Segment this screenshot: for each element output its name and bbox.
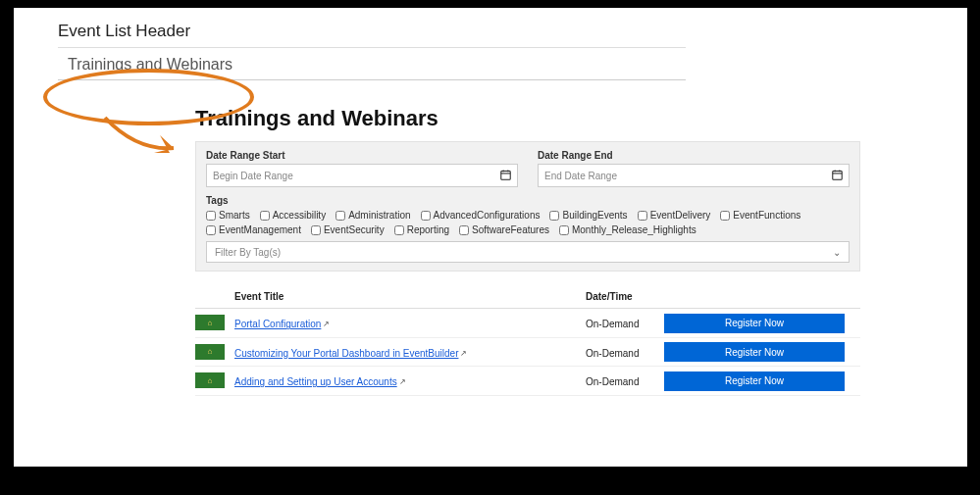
tag-checkbox[interactable]: [394, 225, 404, 235]
svg-rect-0: [501, 171, 510, 179]
tag-label: EventFunctions: [733, 210, 800, 221]
tag-checkbox[interactable]: [559, 225, 569, 235]
annotation-arrow: [97, 104, 205, 163]
tag-option-softwarefeatures[interactable]: SoftwareFeatures: [459, 224, 549, 235]
tag-option-eventfunctions[interactable]: EventFunctions: [720, 210, 800, 221]
register-now-button[interactable]: Register Now: [664, 342, 845, 362]
tag-label: EventManagement: [219, 224, 301, 235]
divider: [58, 79, 686, 80]
tag-checkbox[interactable]: [206, 211, 216, 221]
event-thumbnail: ⌂: [195, 344, 225, 360]
tag-checkbox[interactable]: [638, 211, 647, 221]
tag-checkbox[interactable]: [311, 225, 321, 235]
event-datetime: On-Demand: [586, 319, 639, 329]
tag-label: Administration: [348, 210, 410, 221]
tag-label: Monthly_Release_Highlights: [572, 224, 696, 235]
chevron-down-icon: ⌄: [833, 247, 841, 258]
filter-tag-select[interactable]: Filter By Tag(s) ⌄: [206, 241, 850, 263]
event-datetime: On-Demand: [586, 376, 639, 387]
external-link-icon: ↗: [460, 349, 467, 358]
tag-checkbox[interactable]: [421, 211, 431, 221]
date-start-input[interactable]: [213, 171, 500, 181]
tag-option-monthly_release_highlights[interactable]: Monthly_Release_Highlights: [559, 224, 696, 235]
tag-label: Accessibility: [273, 210, 326, 221]
calendar-icon[interactable]: [500, 170, 511, 182]
tag-option-reporting[interactable]: Reporting: [394, 224, 449, 235]
register-now-button[interactable]: Register Now: [664, 371, 845, 391]
event-thumbnail: ⌂: [195, 372, 225, 388]
tag-option-buildingevents[interactable]: BuildingEvents: [549, 210, 627, 221]
tag-label: Smarts: [219, 210, 250, 221]
date-start-input-wrap[interactable]: [206, 164, 518, 187]
calendar-icon[interactable]: [832, 170, 843, 182]
event-title-link[interactable]: Customizing Your Portal Dashboard in Eve…: [234, 348, 458, 359]
header-value-field[interactable]: Trainings and Webinars: [14, 48, 967, 79]
page-header-label: Event List Header: [58, 22, 967, 41]
tag-option-accessibility[interactable]: Accessibility: [260, 210, 326, 221]
tags-label: Tags: [206, 195, 850, 206]
svg-rect-4: [833, 171, 842, 179]
tag-label: EventSecurity: [324, 224, 385, 235]
tag-option-eventsecurity[interactable]: EventSecurity: [311, 224, 385, 235]
tag-label: AdvancedConfigurations: [434, 210, 541, 221]
filter-select-placeholder: Filter By Tag(s): [215, 247, 281, 258]
tag-option-eventdelivery[interactable]: EventDelivery: [638, 210, 711, 221]
table-row: ⌂Adding and Setting up User Accounts↗On-…: [195, 367, 860, 395]
tag-option-smarts[interactable]: Smarts: [206, 210, 250, 221]
register-now-button[interactable]: Register Now: [664, 314, 845, 333]
col-thumb-header: [195, 291, 231, 302]
tag-label: SoftwareFeatures: [472, 224, 549, 235]
external-link-icon: ↗: [399, 377, 406, 386]
event-datetime: On-Demand: [586, 348, 639, 359]
tag-option-advancedconfigurations[interactable]: AdvancedConfigurations: [421, 210, 541, 221]
date-start-label: Date Range Start: [206, 150, 518, 161]
table-row: ⌂Customizing Your Portal Dashboard in Ev…: [195, 338, 860, 368]
event-thumbnail: ⌂: [195, 315, 225, 330]
tag-label: Reporting: [407, 224, 449, 235]
date-end-label: Date Range End: [538, 150, 850, 161]
event-title-link[interactable]: Adding and Setting up User Accounts: [234, 376, 397, 387]
external-link-icon: ↗: [323, 320, 330, 328]
tag-checkbox[interactable]: [206, 225, 216, 235]
tag-checkbox[interactable]: [335, 211, 345, 221]
col-datetime-header: Date/Time: [586, 291, 664, 302]
tag-option-administration[interactable]: Administration: [335, 210, 410, 221]
filter-panel: Date Range Start Date Range End: [195, 141, 860, 272]
tag-checkbox[interactable]: [260, 211, 270, 221]
tag-checkbox[interactable]: [720, 211, 730, 221]
table-row: ⌂Portal Configuration↗On-DemandRegister …: [195, 309, 860, 338]
page-title: Trainings and Webinars: [195, 106, 860, 131]
tag-checkbox[interactable]: [549, 211, 559, 221]
col-title-header: Event Title: [231, 291, 586, 302]
col-action-header: [664, 291, 847, 302]
tag-option-eventmanagement[interactable]: EventManagement: [206, 224, 301, 235]
date-end-input-wrap[interactable]: [538, 164, 850, 187]
date-end-input[interactable]: [544, 171, 832, 181]
event-title-link[interactable]: Portal Configuration: [234, 319, 321, 329]
tag-label: BuildingEvents: [562, 210, 627, 221]
tag-label: EventDelivery: [650, 210, 711, 221]
tag-checkbox[interactable]: [459, 225, 469, 235]
